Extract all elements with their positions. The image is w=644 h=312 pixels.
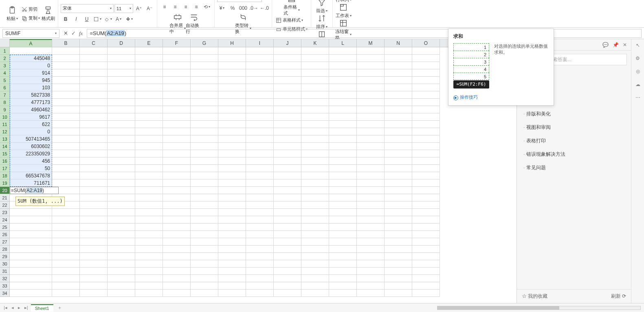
cell[interactable] (385, 84, 412, 91)
fx-icon[interactable]: fx (79, 30, 83, 37)
cell[interactable] (10, 231, 52, 238)
cell[interactable] (163, 150, 191, 157)
col-header-G[interactable]: G (191, 39, 218, 47)
cell[interactable] (274, 106, 301, 113)
cell[interactable] (218, 231, 246, 238)
cell[interactable] (357, 99, 385, 106)
cell[interactable] (274, 143, 301, 150)
cell[interactable] (274, 91, 301, 99)
cell[interactable] (80, 201, 108, 209)
cell[interactable] (108, 165, 135, 172)
cell[interactable] (246, 253, 274, 260)
cell[interactable] (412, 260, 440, 268)
cell[interactable] (80, 275, 108, 282)
cell[interactable] (357, 246, 385, 253)
cell[interactable] (191, 84, 218, 91)
cell[interactable] (385, 91, 412, 99)
cell[interactable] (163, 77, 191, 84)
cell[interactable] (108, 47, 135, 55)
tooltip-link[interactable]: ▶操作技巧 (453, 95, 478, 100)
cell[interactable] (412, 150, 440, 157)
bold-button[interactable]: B (61, 15, 70, 24)
increase-font-icon[interactable]: A⁺ (134, 4, 144, 13)
cell[interactable] (357, 253, 385, 260)
cell[interactable] (163, 187, 191, 194)
cell[interactable] (218, 223, 246, 231)
cell[interactable] (191, 113, 218, 121)
row-header[interactable]: 26 (0, 231, 10, 238)
cell[interactable] (135, 216, 163, 223)
row-header[interactable]: 30 (0, 260, 10, 268)
cell[interactable] (301, 209, 329, 216)
cell[interactable] (52, 290, 80, 297)
cell[interactable] (301, 91, 329, 99)
cell[interactable] (274, 290, 301, 297)
cell[interactable] (163, 91, 191, 99)
cell[interactable] (10, 209, 52, 216)
settings-strip-icon[interactable]: ⚙ (634, 55, 642, 62)
col-header-O[interactable]: O (412, 39, 440, 47)
cell[interactable] (135, 231, 163, 238)
cell[interactable] (301, 150, 329, 157)
cell[interactable] (357, 47, 385, 55)
row-header[interactable]: 9 (0, 106, 10, 113)
cell[interactable] (246, 246, 274, 253)
cell[interactable] (246, 113, 274, 121)
cell[interactable] (329, 223, 357, 231)
cell[interactable] (163, 69, 191, 77)
cell[interactable] (385, 231, 412, 238)
cell[interactable]: 665347678 (10, 172, 52, 179)
cell[interactable] (80, 150, 108, 157)
cell[interactable] (135, 150, 163, 157)
cell[interactable] (301, 268, 329, 275)
col-header-N[interactable]: N (385, 39, 412, 47)
cell[interactable] (329, 135, 357, 143)
cell[interactable]: 622 (10, 121, 52, 128)
cell[interactable] (301, 231, 329, 238)
row-header[interactable]: 25 (0, 223, 10, 231)
orientation-icon[interactable]: ⟲ (202, 2, 212, 11)
cell[interactable] (412, 99, 440, 106)
cell[interactable] (246, 150, 274, 157)
cell[interactable] (357, 209, 385, 216)
cell[interactable]: 5827338 (10, 91, 52, 99)
cell[interactable] (191, 275, 218, 282)
cell[interactable] (108, 187, 135, 194)
name-box[interactable]: SUMIF (2, 29, 59, 38)
cell[interactable] (412, 47, 440, 55)
cell[interactable]: 445048 (10, 55, 52, 62)
cell[interactable] (191, 223, 218, 231)
cell[interactable] (52, 47, 80, 55)
font-color-button[interactable]: A (114, 15, 123, 24)
cell[interactable] (52, 260, 80, 268)
cell[interactable] (412, 69, 440, 77)
cell[interactable] (135, 143, 163, 150)
cell[interactable] (52, 282, 80, 290)
cell[interactable] (385, 238, 412, 246)
cell[interactable] (357, 194, 385, 201)
cell[interactable] (301, 99, 329, 106)
cell[interactable] (357, 282, 385, 290)
cell[interactable] (412, 201, 440, 209)
cell[interactable] (301, 238, 329, 246)
cell[interactable] (108, 290, 135, 297)
cell[interactable] (412, 128, 440, 135)
cell[interactable] (301, 128, 329, 135)
cell[interactable] (108, 150, 135, 157)
cell[interactable] (80, 238, 108, 246)
row-header[interactable]: 21 (0, 194, 10, 201)
cell[interactable] (218, 143, 246, 150)
dec-dec-icon[interactable]: ←.0 (259, 4, 269, 13)
cell[interactable] (329, 165, 357, 172)
cell[interactable] (274, 84, 301, 91)
cell[interactable] (135, 84, 163, 91)
cell[interactable] (191, 47, 218, 55)
cell[interactable] (385, 157, 412, 165)
cell[interactable] (108, 268, 135, 275)
cell[interactable] (412, 268, 440, 275)
cell[interactable] (52, 216, 80, 223)
cell[interactable] (108, 106, 135, 113)
cell[interactable] (135, 91, 163, 99)
cell[interactable] (329, 128, 357, 135)
cell[interactable] (108, 246, 135, 253)
